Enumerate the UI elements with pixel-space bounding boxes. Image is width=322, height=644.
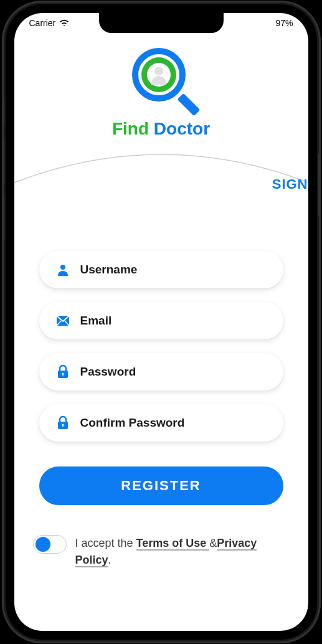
wifi-icon	[59, 19, 69, 28]
svg-rect-7	[62, 425, 64, 427]
magnify-circle-icon	[132, 48, 186, 102]
curve-divider	[14, 145, 308, 207]
terms-prefix: I accept the	[75, 537, 136, 549]
app-logo-icon	[127, 45, 196, 114]
svg-point-0	[60, 265, 65, 270]
logo-word-find: Find	[112, 119, 149, 138]
email-input[interactable]	[80, 314, 267, 328]
lock-icon	[55, 416, 70, 430]
phone-screen: Carrier 97%	[14, 13, 308, 631]
logo-section: Find Doctor	[14, 45, 308, 139]
logo-word-doctor: Doctor	[154, 119, 210, 138]
confirm-password-field-container[interactable]	[39, 404, 283, 442]
status-left: Carrier	[29, 18, 70, 28]
carrier-label: Carrier	[29, 18, 56, 28]
username-input[interactable]	[80, 263, 267, 277]
confirm-password-input[interactable]	[80, 416, 267, 430]
password-field-container[interactable]	[39, 353, 283, 391]
toggle-knob	[36, 537, 50, 552]
svg-rect-4	[62, 374, 64, 376]
terms-toggle[interactable]	[33, 535, 67, 554]
magnify-handle-icon	[177, 93, 200, 116]
password-input[interactable]	[80, 365, 267, 379]
terms-of-use-link[interactable]: Terms of Use	[136, 537, 210, 551]
terms-row: I accept the Terms of Use &Privacy Polic…	[14, 535, 308, 569]
terms-and: &	[209, 537, 217, 549]
app-title: Find Doctor	[14, 119, 308, 139]
email-icon	[55, 316, 70, 326]
side-button	[2, 141, 4, 185]
register-form	[14, 251, 308, 442]
phone-notch	[99, 13, 224, 33]
terms-suffix: .	[108, 554, 111, 566]
username-field-container[interactable]	[39, 251, 283, 288]
register-button[interactable]: REGISTER	[39, 466, 283, 505]
lock-icon	[55, 365, 70, 379]
side-button	[318, 154, 321, 216]
email-field-container[interactable]	[39, 302, 283, 339]
phone-frame: Carrier 97%	[6, 4, 317, 640]
side-button	[2, 197, 4, 241]
doctor-avatar-icon	[147, 63, 171, 87]
battery-label: 97%	[275, 18, 293, 28]
content: Find Doctor SIGN	[14, 33, 308, 631]
logo-inner-circle	[141, 57, 176, 92]
sign-link[interactable]: SIGN	[272, 176, 308, 192]
terms-text: I accept the Terms of Use &Privacy Polic…	[75, 535, 290, 569]
side-button	[2, 98, 4, 123]
user-icon	[55, 263, 70, 276]
